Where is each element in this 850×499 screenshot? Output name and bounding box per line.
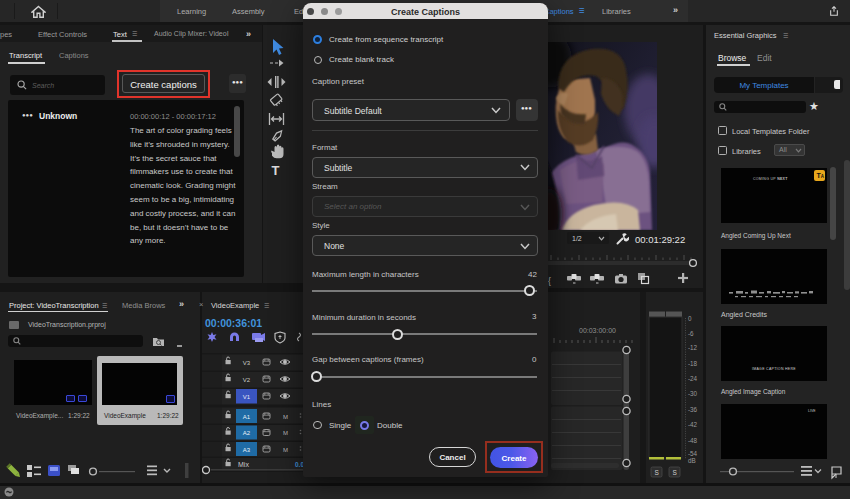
svg-text:V3: V3 <box>243 360 251 366</box>
svg-text:V1: V1 <box>243 394 251 400</box>
svg-text:V2: V2 <box>243 377 251 383</box>
svg-text:0: 0 <box>688 315 692 322</box>
svg-text:-6: -6 <box>688 330 694 337</box>
svg-text:dB: dB <box>688 457 696 464</box>
svg-text:M: M <box>283 447 288 453</box>
svg-text:{: { <box>548 276 551 286</box>
svg-text:-42: -42 <box>688 421 698 428</box>
svg-text:M: M <box>283 430 288 436</box>
svg-text:-18: -18 <box>688 360 698 367</box>
svg-text:-24: -24 <box>688 375 698 382</box>
svg-text:A2: A2 <box>243 430 251 436</box>
svg-text:-12: -12 <box>688 344 698 351</box>
svg-text:A3: A3 <box>243 447 251 453</box>
svg-text:-54: -54 <box>688 450 698 457</box>
svg-text:S: S <box>655 469 660 476</box>
svg-text:-36: -36 <box>688 406 698 413</box>
svg-text:-30: -30 <box>688 390 698 397</box>
svg-text:T: T <box>272 163 280 178</box>
svg-text:S: S <box>673 469 678 476</box>
svg-text:M: M <box>283 414 288 420</box>
svg-text:A1: A1 <box>243 414 251 420</box>
svg-text:Mix: Mix <box>238 461 249 468</box>
svg-text:-48: -48 <box>688 437 698 444</box>
svg-text:0.0: 0.0 <box>295 461 303 468</box>
